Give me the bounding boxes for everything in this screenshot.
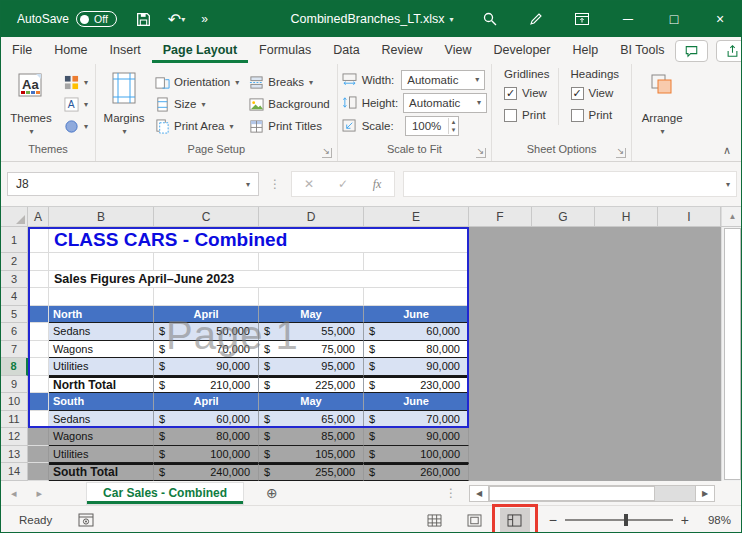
cell-A8[interactable] bbox=[28, 358, 49, 376]
scroll-right-button[interactable]: ▶ bbox=[695, 485, 715, 502]
cell-D9[interactable]: $225,000 bbox=[259, 376, 364, 394]
new-sheet-button[interactable]: ⊕ bbox=[266, 485, 278, 501]
row-header-6[interactable]: 6 bbox=[1, 323, 28, 341]
row-header-13[interactable]: 13 bbox=[1, 446, 28, 464]
cell-E10[interactable]: June bbox=[364, 393, 469, 411]
select-all-button[interactable] bbox=[1, 207, 28, 226]
cell-C10[interactable]: April bbox=[154, 393, 259, 411]
cell-A7[interactable] bbox=[28, 341, 49, 359]
vertical-scrollbar[interactable] bbox=[721, 227, 742, 481]
comments-button[interactable] bbox=[675, 40, 708, 62]
column-header-A[interactable]: A bbox=[28, 207, 49, 226]
tab-review[interactable]: Review bbox=[371, 38, 434, 63]
name-box[interactable]: J8 ▾ bbox=[7, 172, 259, 196]
share-button[interactable]: ▾ bbox=[716, 40, 742, 62]
arrange-button[interactable]: Arrange▾ bbox=[636, 68, 688, 140]
autosave-toggle[interactable]: AutoSave Off bbox=[17, 11, 117, 27]
breaks-button[interactable]: Breaks▾ bbox=[246, 71, 332, 93]
next-sheet-button[interactable]: ▸ bbox=[27, 487, 53, 500]
normal-view-button[interactable] bbox=[420, 508, 450, 532]
macro-record-button[interactable] bbox=[78, 513, 94, 527]
column-header-E[interactable]: E bbox=[364, 207, 469, 226]
row-header-8[interactable]: 8 bbox=[1, 358, 28, 376]
cell-A3[interactable] bbox=[28, 271, 49, 289]
theme-colors-button[interactable]: ▾ bbox=[61, 71, 91, 93]
margins-button[interactable]: Margins▾ bbox=[100, 68, 148, 140]
scale-spinner[interactable]: 100% ▴▾ bbox=[405, 116, 460, 136]
print-area-button[interactable]: Print Area▾ bbox=[152, 115, 242, 137]
cancel-icon[interactable]: ✕ bbox=[292, 177, 326, 191]
cell-B5[interactable]: North bbox=[49, 306, 154, 324]
row-header-9[interactable]: 9 bbox=[1, 376, 28, 394]
tab-help[interactable]: Help bbox=[561, 38, 609, 63]
cell-D13[interactable]: $105,000 bbox=[259, 446, 364, 464]
tab-page-layout[interactable]: Page Layout bbox=[152, 38, 248, 63]
filename[interactable]: CombinedBranches_LT.xlsx bbox=[290, 12, 444, 26]
width-select[interactable]: Automatic▾ bbox=[401, 70, 485, 90]
cell-D4[interactable] bbox=[259, 288, 364, 306]
scroll-up-button[interactable]: ▲ bbox=[721, 207, 742, 226]
scroll-left-button[interactable]: ◀ bbox=[469, 485, 489, 502]
row-header-1[interactable]: 1 bbox=[1, 227, 28, 253]
column-header-C[interactable]: C bbox=[154, 207, 259, 226]
cell-C13[interactable]: $100,000 bbox=[154, 446, 259, 464]
cell-C14[interactable]: $240,000 bbox=[154, 463, 259, 481]
cell-A6[interactable] bbox=[28, 323, 49, 341]
row-header-7[interactable]: 7 bbox=[1, 341, 28, 359]
cell-B12[interactable]: Wagons bbox=[49, 428, 154, 446]
search-button[interactable] bbox=[467, 1, 513, 37]
row-header-5[interactable]: 5 bbox=[1, 306, 28, 324]
row-header-12[interactable]: 12 bbox=[1, 428, 28, 446]
zoom-level[interactable]: 98% bbox=[697, 514, 731, 526]
row-header-2[interactable]: 2 bbox=[1, 253, 28, 271]
cell-C8[interactable]: $90,000 bbox=[154, 358, 259, 376]
cell-A12[interactable] bbox=[28, 428, 49, 446]
horizontal-scrollbar-track[interactable] bbox=[489, 485, 695, 502]
tab-bi-tools[interactable]: BI Tools bbox=[609, 38, 675, 63]
enter-icon[interactable]: ✓ bbox=[326, 177, 360, 191]
column-header-H[interactable]: H bbox=[595, 207, 658, 226]
draw-button[interactable] bbox=[513, 1, 559, 37]
cell-C9[interactable]: $210,000 bbox=[154, 376, 259, 394]
horizontal-scrollbar[interactable]: ◀ ▶ bbox=[469, 485, 715, 502]
cell-A5[interactable] bbox=[28, 306, 49, 324]
tab-insert[interactable]: Insert bbox=[99, 38, 152, 63]
cell-C12[interactable]: $80,000 bbox=[154, 428, 259, 446]
cell-B3[interactable]: Sales Figures April–June 2023 bbox=[49, 271, 469, 289]
cell-E4[interactable] bbox=[364, 288, 469, 306]
sheet-options-dialog-launcher[interactable]: ↘ bbox=[616, 148, 626, 158]
gridlines-print-checkbox[interactable]: ✓ Print bbox=[504, 105, 549, 125]
zoom-slider-thumb[interactable] bbox=[624, 514, 628, 526]
theme-fonts-button[interactable]: A ▾ bbox=[61, 93, 91, 115]
formula-expand-icon[interactable]: ▾ bbox=[726, 180, 730, 189]
cell-E5[interactable]: June bbox=[364, 306, 469, 324]
cell-C7[interactable]: $70,000 bbox=[154, 341, 259, 359]
theme-effects-button[interactable]: ▾ bbox=[61, 115, 91, 137]
cell-D14[interactable]: $255,000 bbox=[259, 463, 364, 481]
background-button[interactable]: Background bbox=[246, 93, 332, 115]
collapse-ribbon-button[interactable]: ∧ bbox=[711, 144, 742, 161]
orientation-button[interactable]: Orientation▾ bbox=[152, 71, 242, 93]
cell-B2[interactable] bbox=[49, 253, 154, 271]
print-titles-button[interactable]: Print Titles bbox=[246, 115, 332, 137]
vertical-scrollbar-thumb[interactable] bbox=[724, 228, 741, 480]
sheet-tab-active[interactable]: Car Sales - Combined bbox=[86, 482, 244, 505]
cell-A14[interactable] bbox=[28, 463, 49, 481]
cell-A4[interactable] bbox=[28, 288, 49, 306]
row-header-14[interactable]: 14 bbox=[1, 463, 28, 481]
height-select[interactable]: Automatic▾ bbox=[403, 93, 487, 113]
row-header-10[interactable]: 10 bbox=[1, 393, 28, 411]
cell-A10[interactable] bbox=[28, 393, 49, 411]
row-header-4[interactable]: 4 bbox=[1, 288, 28, 306]
undo-button[interactable]: ↶▾ bbox=[168, 10, 185, 29]
cell-B1[interactable]: CLASS CARS - Combined bbox=[49, 227, 469, 253]
cell-E2[interactable] bbox=[364, 253, 469, 271]
spinner-arrows-icon[interactable]: ▴▾ bbox=[448, 118, 459, 134]
cell-D10[interactable]: May bbox=[259, 393, 364, 411]
cell-E8[interactable]: $90,000 bbox=[364, 358, 469, 376]
gridlines-view-checkbox[interactable]: ✓ View bbox=[504, 83, 549, 103]
column-header-G[interactable]: G bbox=[532, 207, 595, 226]
cell-D8[interactable]: $95,000 bbox=[259, 358, 364, 376]
cell-C4[interactable] bbox=[154, 288, 259, 306]
previous-sheet-button[interactable]: ◂ bbox=[1, 487, 27, 500]
